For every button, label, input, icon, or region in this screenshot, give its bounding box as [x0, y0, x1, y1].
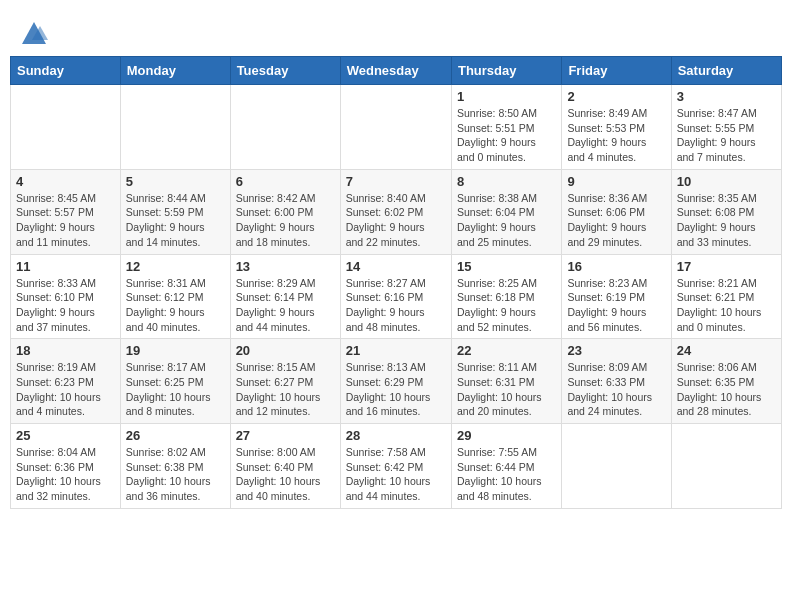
day-info: Sunrise: 8:00 AM Sunset: 6:40 PM Dayligh…	[236, 445, 335, 504]
day-info: Sunrise: 8:21 AM Sunset: 6:21 PM Dayligh…	[677, 276, 776, 335]
week-row-5: 25Sunrise: 8:04 AM Sunset: 6:36 PM Dayli…	[11, 424, 782, 509]
day-info: Sunrise: 8:25 AM Sunset: 6:18 PM Dayligh…	[457, 276, 556, 335]
calendar-cell: 25Sunrise: 8:04 AM Sunset: 6:36 PM Dayli…	[11, 424, 121, 509]
day-number: 16	[567, 259, 665, 274]
day-info: Sunrise: 8:13 AM Sunset: 6:29 PM Dayligh…	[346, 360, 446, 419]
calendar-cell: 13Sunrise: 8:29 AM Sunset: 6:14 PM Dayli…	[230, 254, 340, 339]
calendar-cell: 3Sunrise: 8:47 AM Sunset: 5:55 PM Daylig…	[671, 85, 781, 170]
day-info: Sunrise: 8:04 AM Sunset: 6:36 PM Dayligh…	[16, 445, 115, 504]
calendar-cell: 20Sunrise: 8:15 AM Sunset: 6:27 PM Dayli…	[230, 339, 340, 424]
week-row-2: 4Sunrise: 8:45 AM Sunset: 5:57 PM Daylig…	[11, 169, 782, 254]
day-number: 6	[236, 174, 335, 189]
weekday-header-saturday: Saturday	[671, 57, 781, 85]
day-info: Sunrise: 8:38 AM Sunset: 6:04 PM Dayligh…	[457, 191, 556, 250]
week-row-3: 11Sunrise: 8:33 AM Sunset: 6:10 PM Dayli…	[11, 254, 782, 339]
calendar-table: SundayMondayTuesdayWednesdayThursdayFrid…	[10, 56, 782, 509]
weekday-header-friday: Friday	[562, 57, 671, 85]
calendar-cell: 29Sunrise: 7:55 AM Sunset: 6:44 PM Dayli…	[451, 424, 561, 509]
header	[10, 10, 782, 56]
calendar-cell	[230, 85, 340, 170]
calendar-cell: 24Sunrise: 8:06 AM Sunset: 6:35 PM Dayli…	[671, 339, 781, 424]
weekday-header-thursday: Thursday	[451, 57, 561, 85]
day-number: 11	[16, 259, 115, 274]
day-info: Sunrise: 8:50 AM Sunset: 5:51 PM Dayligh…	[457, 106, 556, 165]
calendar-cell: 19Sunrise: 8:17 AM Sunset: 6:25 PM Dayli…	[120, 339, 230, 424]
calendar-cell: 8Sunrise: 8:38 AM Sunset: 6:04 PM Daylig…	[451, 169, 561, 254]
day-number: 24	[677, 343, 776, 358]
calendar-cell: 9Sunrise: 8:36 AM Sunset: 6:06 PM Daylig…	[562, 169, 671, 254]
day-number: 14	[346, 259, 446, 274]
day-info: Sunrise: 8:17 AM Sunset: 6:25 PM Dayligh…	[126, 360, 225, 419]
day-info: Sunrise: 8:23 AM Sunset: 6:19 PM Dayligh…	[567, 276, 665, 335]
calendar-cell: 6Sunrise: 8:42 AM Sunset: 6:00 PM Daylig…	[230, 169, 340, 254]
day-number: 20	[236, 343, 335, 358]
day-info: Sunrise: 8:15 AM Sunset: 6:27 PM Dayligh…	[236, 360, 335, 419]
day-number: 7	[346, 174, 446, 189]
day-number: 19	[126, 343, 225, 358]
calendar-cell	[562, 424, 671, 509]
day-info: Sunrise: 8:44 AM Sunset: 5:59 PM Dayligh…	[126, 191, 225, 250]
day-number: 29	[457, 428, 556, 443]
week-row-4: 18Sunrise: 8:19 AM Sunset: 6:23 PM Dayli…	[11, 339, 782, 424]
day-info: Sunrise: 8:36 AM Sunset: 6:06 PM Dayligh…	[567, 191, 665, 250]
day-info: Sunrise: 8:11 AM Sunset: 6:31 PM Dayligh…	[457, 360, 556, 419]
day-info: Sunrise: 8:45 AM Sunset: 5:57 PM Dayligh…	[16, 191, 115, 250]
day-info: Sunrise: 8:40 AM Sunset: 6:02 PM Dayligh…	[346, 191, 446, 250]
day-info: Sunrise: 8:42 AM Sunset: 6:00 PM Dayligh…	[236, 191, 335, 250]
weekday-header-wednesday: Wednesday	[340, 57, 451, 85]
calendar-cell: 27Sunrise: 8:00 AM Sunset: 6:40 PM Dayli…	[230, 424, 340, 509]
day-number: 5	[126, 174, 225, 189]
weekday-header-monday: Monday	[120, 57, 230, 85]
logo-icon	[20, 20, 48, 48]
day-number: 8	[457, 174, 556, 189]
calendar-cell: 21Sunrise: 8:13 AM Sunset: 6:29 PM Dayli…	[340, 339, 451, 424]
day-info: Sunrise: 8:31 AM Sunset: 6:12 PM Dayligh…	[126, 276, 225, 335]
calendar-cell: 28Sunrise: 7:58 AM Sunset: 6:42 PM Dayli…	[340, 424, 451, 509]
day-info: Sunrise: 8:27 AM Sunset: 6:16 PM Dayligh…	[346, 276, 446, 335]
day-number: 12	[126, 259, 225, 274]
day-info: Sunrise: 8:29 AM Sunset: 6:14 PM Dayligh…	[236, 276, 335, 335]
day-number: 18	[16, 343, 115, 358]
calendar-cell: 26Sunrise: 8:02 AM Sunset: 6:38 PM Dayli…	[120, 424, 230, 509]
day-number: 28	[346, 428, 446, 443]
calendar-cell: 11Sunrise: 8:33 AM Sunset: 6:10 PM Dayli…	[11, 254, 121, 339]
day-info: Sunrise: 8:47 AM Sunset: 5:55 PM Dayligh…	[677, 106, 776, 165]
calendar-cell: 4Sunrise: 8:45 AM Sunset: 5:57 PM Daylig…	[11, 169, 121, 254]
day-info: Sunrise: 8:06 AM Sunset: 6:35 PM Dayligh…	[677, 360, 776, 419]
calendar-cell: 1Sunrise: 8:50 AM Sunset: 5:51 PM Daylig…	[451, 85, 561, 170]
day-number: 25	[16, 428, 115, 443]
day-info: Sunrise: 8:49 AM Sunset: 5:53 PM Dayligh…	[567, 106, 665, 165]
day-number: 4	[16, 174, 115, 189]
calendar-cell: 15Sunrise: 8:25 AM Sunset: 6:18 PM Dayli…	[451, 254, 561, 339]
day-number: 1	[457, 89, 556, 104]
day-number: 15	[457, 259, 556, 274]
calendar-cell: 5Sunrise: 8:44 AM Sunset: 5:59 PM Daylig…	[120, 169, 230, 254]
day-number: 2	[567, 89, 665, 104]
calendar-cell: 7Sunrise: 8:40 AM Sunset: 6:02 PM Daylig…	[340, 169, 451, 254]
weekday-header-sunday: Sunday	[11, 57, 121, 85]
day-number: 13	[236, 259, 335, 274]
day-info: Sunrise: 7:55 AM Sunset: 6:44 PM Dayligh…	[457, 445, 556, 504]
calendar-cell	[120, 85, 230, 170]
day-info: Sunrise: 8:02 AM Sunset: 6:38 PM Dayligh…	[126, 445, 225, 504]
calendar-cell: 16Sunrise: 8:23 AM Sunset: 6:19 PM Dayli…	[562, 254, 671, 339]
calendar-cell: 2Sunrise: 8:49 AM Sunset: 5:53 PM Daylig…	[562, 85, 671, 170]
day-info: Sunrise: 8:33 AM Sunset: 6:10 PM Dayligh…	[16, 276, 115, 335]
day-info: Sunrise: 8:35 AM Sunset: 6:08 PM Dayligh…	[677, 191, 776, 250]
calendar-cell	[671, 424, 781, 509]
calendar-cell: 22Sunrise: 8:11 AM Sunset: 6:31 PM Dayli…	[451, 339, 561, 424]
calendar-cell: 12Sunrise: 8:31 AM Sunset: 6:12 PM Dayli…	[120, 254, 230, 339]
calendar-cell: 14Sunrise: 8:27 AM Sunset: 6:16 PM Dayli…	[340, 254, 451, 339]
logo	[20, 20, 52, 48]
day-number: 23	[567, 343, 665, 358]
day-info: Sunrise: 8:09 AM Sunset: 6:33 PM Dayligh…	[567, 360, 665, 419]
weekday-header-tuesday: Tuesday	[230, 57, 340, 85]
day-number: 10	[677, 174, 776, 189]
day-number: 22	[457, 343, 556, 358]
calendar-cell: 18Sunrise: 8:19 AM Sunset: 6:23 PM Dayli…	[11, 339, 121, 424]
weekday-header-row: SundayMondayTuesdayWednesdayThursdayFrid…	[11, 57, 782, 85]
day-number: 17	[677, 259, 776, 274]
calendar-cell	[340, 85, 451, 170]
day-number: 26	[126, 428, 225, 443]
day-info: Sunrise: 7:58 AM Sunset: 6:42 PM Dayligh…	[346, 445, 446, 504]
